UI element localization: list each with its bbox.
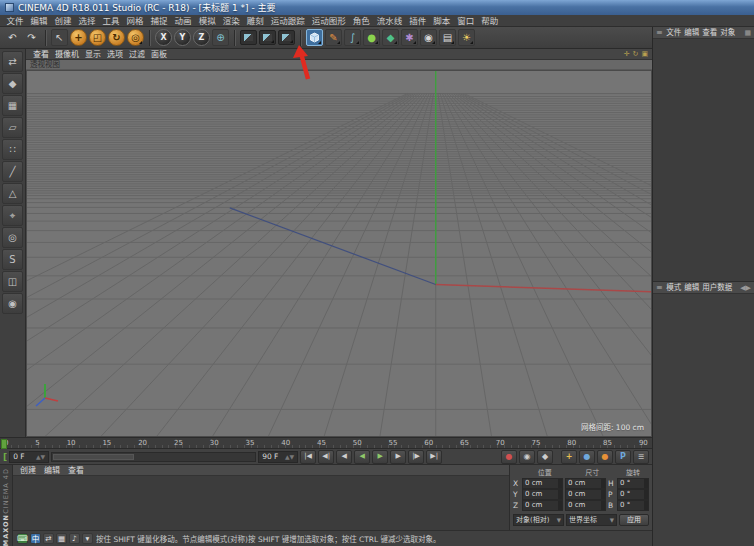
- move-tool-button[interactable]: +: [70, 29, 87, 46]
- make-editable-icon[interactable]: ⇄: [2, 51, 23, 72]
- menu-item[interactable]: 帮助: [478, 15, 502, 27]
- viewport-menu-item[interactable]: 查看: [30, 49, 52, 60]
- position-field[interactable]: 0 cm: [522, 478, 563, 489]
- menu-item[interactable]: 动画: [171, 15, 195, 27]
- end-frame-field[interactable]: 90 F▲▼: [258, 451, 298, 463]
- rotate-tool-button[interactable]: ↻: [108, 29, 125, 46]
- coordinate-space-dropdown[interactable]: 世界坐标▼: [566, 514, 617, 526]
- menu-item[interactable]: 插件: [406, 15, 430, 27]
- next-key-button[interactable]: |▶: [408, 450, 424, 464]
- rotation-field[interactable]: 0 °: [617, 478, 649, 489]
- layer-view-icon[interactable]: ▦: [744, 29, 751, 37]
- material-list-area[interactable]: [13, 476, 509, 530]
- lang-bar-switch-icon[interactable]: ⇄: [43, 533, 54, 544]
- lock-z-axis-button[interactable]: Z: [193, 29, 210, 46]
- preview-range-thumb[interactable]: [53, 454, 134, 460]
- record-parameter-toggle[interactable]: P: [615, 450, 631, 464]
- record-keyframe-button[interactable]: ●: [501, 450, 517, 464]
- lang-bar-options-icon[interactable]: ▾: [82, 533, 93, 544]
- play-forward-button[interactable]: ▶: [372, 450, 388, 464]
- previous-frame-button[interactable]: ◀: [336, 450, 352, 464]
- attribute-manager-menu-item[interactable]: 模式: [665, 282, 683, 294]
- quantize-icon[interactable]: ◉: [2, 293, 23, 314]
- menu-item[interactable]: 运动图形: [308, 15, 349, 27]
- apply-button[interactable]: 应用: [619, 514, 649, 526]
- panel-menu-icon[interactable]: ≡: [656, 283, 663, 292]
- view-pan-icon[interactable]: ✛: [624, 49, 630, 60]
- viewport-menu-item[interactable]: 摄像机: [52, 49, 82, 60]
- menu-item[interactable]: 工具: [99, 15, 123, 27]
- go-to-end-button[interactable]: ▶|: [426, 450, 442, 464]
- next-frame-button[interactable]: ▶: [390, 450, 406, 464]
- menu-item[interactable]: 创建: [51, 15, 75, 27]
- record-position-toggle[interactable]: +: [561, 450, 577, 464]
- light-button[interactable]: ☀: [458, 29, 475, 46]
- menu-item[interactable]: 编辑: [27, 15, 51, 27]
- rotation-field[interactable]: 0 °: [617, 489, 649, 500]
- view-rotate-icon[interactable]: ↻: [633, 49, 639, 60]
- scale-tool-button[interactable]: ◰: [89, 29, 106, 46]
- mograph-button[interactable]: ✱: [401, 29, 418, 46]
- menu-item[interactable]: 运动跟踪: [267, 15, 308, 27]
- menu-item[interactable]: 渲染: [219, 15, 243, 27]
- previous-key-button[interactable]: ◀|: [318, 450, 334, 464]
- snap-enable-icon[interactable]: S: [2, 249, 23, 270]
- play-backwards-button[interactable]: ◀: [354, 450, 370, 464]
- material-menu-item[interactable]: 创建: [17, 465, 39, 476]
- object-manager-menu-item[interactable]: 编辑: [683, 27, 701, 39]
- render-view-button[interactable]: [240, 30, 257, 45]
- redo-button[interactable]: ↷: [23, 29, 40, 46]
- render-settings-button[interactable]: [278, 30, 295, 45]
- menu-item[interactable]: 角色: [349, 15, 373, 27]
- menu-item[interactable]: 选择: [75, 15, 99, 27]
- viewport-menu-item[interactable]: 显示: [82, 49, 104, 60]
- lang-bar-keyboard-icon[interactable]: ⌨: [17, 533, 28, 544]
- add-cube-button[interactable]: [306, 29, 323, 46]
- live-selection-button[interactable]: ↖: [51, 29, 68, 46]
- object-manager-menu-item[interactable]: 查看: [701, 27, 719, 39]
- lang-bar-chinese-icon[interactable]: 中: [30, 533, 41, 544]
- menu-item[interactable]: 脚本: [430, 15, 454, 27]
- viewport-menu-item[interactable]: 面板: [148, 49, 170, 60]
- spline-primitive-button[interactable]: ∫: [344, 29, 361, 46]
- menu-item[interactable]: 捕捉: [147, 15, 171, 27]
- lock-y-axis-button[interactable]: Y: [174, 29, 191, 46]
- texture-mode-icon[interactable]: ▦: [2, 95, 23, 116]
- object-list-area[interactable]: [653, 39, 754, 282]
- pen-spline-button[interactable]: ✎: [325, 29, 342, 46]
- environment-button[interactable]: ▤: [439, 29, 456, 46]
- rotation-field[interactable]: 0 °: [617, 500, 649, 511]
- history-arrows-icon[interactable]: ◀▶: [740, 284, 751, 292]
- coordinate-mode-dropdown[interactable]: 对象(相对)▼: [513, 514, 564, 526]
- workplane-mode-icon[interactable]: ▱: [2, 117, 23, 138]
- lang-bar-sound-icon[interactable]: ♪: [69, 533, 80, 544]
- coordinate-system-button[interactable]: ⊕: [212, 29, 229, 46]
- position-field[interactable]: 0 cm: [522, 489, 563, 500]
- start-frame-field[interactable]: 0 F▲▼: [9, 451, 49, 463]
- viewport-solo-icon[interactable]: ◎: [2, 227, 23, 248]
- lang-bar-panel-icon[interactable]: ▦: [56, 533, 67, 544]
- position-field[interactable]: 0 cm: [522, 500, 563, 511]
- axis-mode-icon[interactable]: ⌖: [2, 205, 23, 226]
- go-to-start-button[interactable]: |◀: [300, 450, 316, 464]
- attribute-manager-menu-item[interactable]: 编辑: [683, 282, 701, 294]
- record-scale-toggle[interactable]: ●: [579, 450, 595, 464]
- autokeying-button[interactable]: ◉: [519, 450, 535, 464]
- undo-button[interactable]: ↶: [4, 29, 21, 46]
- polygons-mode-icon[interactable]: △: [2, 183, 23, 204]
- record-rotation-toggle[interactable]: ●: [597, 450, 613, 464]
- size-field[interactable]: 0 cm: [565, 500, 606, 511]
- menu-item[interactable]: 流水线: [373, 15, 406, 27]
- object-manager-menu-item[interactable]: 对象: [719, 27, 737, 39]
- size-field[interactable]: 0 cm: [565, 489, 606, 500]
- subdivision-surface-button[interactable]: ●: [363, 29, 380, 46]
- material-menu-item[interactable]: 查看: [65, 465, 87, 476]
- view-layout-icon[interactable]: ▣: [641, 49, 648, 60]
- record-pla-toggle[interactable]: ≡: [633, 450, 649, 464]
- points-mode-icon[interactable]: ∷: [2, 139, 23, 160]
- viewport-menu-item[interactable]: 选项: [104, 49, 126, 60]
- camera-button[interactable]: ◉: [420, 29, 437, 46]
- attribute-area[interactable]: [653, 294, 754, 546]
- panel-menu-icon[interactable]: ≡: [656, 28, 663, 37]
- preview-range-slider[interactable]: [51, 452, 256, 462]
